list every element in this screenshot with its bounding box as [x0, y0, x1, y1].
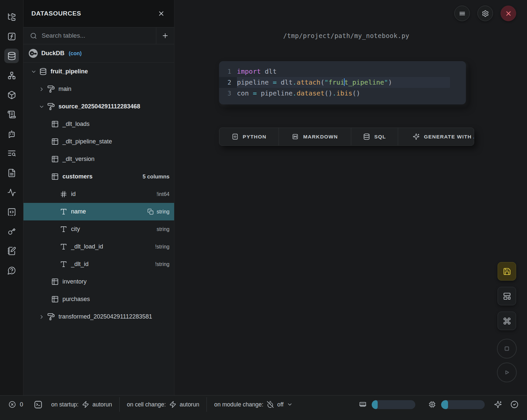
rail-documentation-button[interactable] [4, 166, 19, 180]
code-cell-editor[interactable]: 1 import dlt 2 pipeline = dlt.attach("fr… [219, 61, 466, 104]
chevron-down-icon [287, 401, 293, 407]
sparkles-icon [413, 133, 420, 140]
line-number: 1 [219, 66, 237, 77]
connection-alias: (con) [69, 51, 82, 57]
table-icon [51, 138, 59, 145]
play-icon [503, 368, 511, 377]
terminal-icon [34, 400, 43, 409]
table-icon [51, 278, 59, 286]
rail-datasources-button[interactable] [4, 49, 19, 63]
ai-assist-button[interactable] [494, 401, 502, 408]
column-type: string [157, 226, 169, 232]
line-number: 3 [219, 88, 237, 99]
tree-row-schema-main[interactable]: main [23, 80, 174, 98]
generate-with-ai-button[interactable]: GENERATE WITH AI [398, 128, 474, 145]
function-square-icon [7, 32, 16, 41]
rail-ai-chat-button[interactable] [4, 127, 19, 141]
panel-close-button[interactable] [156, 9, 166, 19]
tree-label: transformed_202504291112283581 [58, 313, 152, 320]
chevron-down-icon [39, 104, 45, 110]
rail-outline-search-button[interactable] [4, 146, 19, 161]
add-sql-cell-button[interactable]: SQL [351, 128, 398, 145]
circle-check-icon [510, 401, 518, 408]
box-icon [7, 91, 16, 99]
notebook-main-area: /tmp/project/path/my_notebook.py 1 impor… [174, 0, 527, 395]
command-palette-button[interactable] [498, 312, 516, 330]
rail-help-button[interactable] [4, 263, 19, 278]
settings-button[interactable] [477, 6, 493, 21]
add-python-cell-button[interactable]: PYTHON [219, 128, 279, 145]
connection-row-duckdb[interactable]: DuckDB (con) [23, 44, 174, 63]
tree-row-table-dlt-version[interactable]: _dlt_version [23, 150, 174, 168]
save-notebook-button[interactable] [498, 262, 516, 281]
on-startup-value: autorun [93, 401, 112, 408]
rail-packages-button[interactable] [4, 88, 19, 102]
tree-label: main [58, 86, 71, 93]
tree-label: name [71, 208, 86, 215]
layout-toggle-button[interactable] [498, 287, 516, 305]
rail-snippets-button[interactable] [4, 205, 19, 219]
copy-icon[interactable] [147, 209, 154, 215]
stop-all-cells-button[interactable] [497, 339, 517, 359]
database-icon [39, 68, 47, 75]
tree-row-table-inventory[interactable]: inventory [23, 273, 174, 290]
terminal-button[interactable] [34, 400, 43, 409]
tree-row-table-customers[interactable]: customers 5 columns [23, 168, 174, 185]
stop-square-icon [503, 344, 511, 353]
bot-icon [7, 130, 16, 138]
close-x-icon [505, 10, 512, 17]
cpu-usage-meter [441, 400, 485, 409]
tree-row-column-id[interactable]: id !int64 [23, 185, 174, 203]
timer-off-icon [267, 401, 274, 408]
on-cell-change-toggle[interactable]: on cell change: autorun [127, 401, 199, 408]
on-cell-change-value: autorun [180, 401, 199, 408]
line-number: 2 [219, 77, 237, 88]
search-tables-input[interactable] [42, 32, 152, 39]
notebook-file-path: /tmp/project/path/my_notebook.py [283, 32, 409, 39]
menu-button[interactable] [454, 6, 470, 21]
schema-icon [47, 103, 55, 110]
tree-row-table-dlt-pipeline-state[interactable]: _dlt_pipeline_state [23, 133, 174, 150]
tree-label: purchases [62, 296, 90, 303]
error-indicator[interactable]: 0 [9, 401, 23, 408]
tree-row-column-city[interactable]: city string [23, 220, 174, 238]
tree-row-database-fruit_pipeline[interactable]: fruit_pipeline [23, 63, 174, 80]
add-datasource-button[interactable] [156, 27, 174, 44]
on-module-change-toggle[interactable]: on module change: off [214, 401, 293, 408]
type-icon [60, 260, 67, 268]
activity-bar [0, 0, 23, 395]
code-square-icon [7, 208, 16, 216]
rail-variables-button[interactable] [4, 29, 19, 44]
gear-icon [482, 10, 489, 17]
table-icon [51, 173, 59, 180]
table-icon [51, 155, 59, 163]
schema-icon [47, 85, 55, 93]
run-all-cells-button[interactable] [497, 363, 517, 382]
button-label: SQL [374, 134, 386, 140]
shutdown-button[interactable] [501, 6, 516, 21]
plus-icon [162, 32, 169, 39]
tree-row-table-dlt-loads[interactable]: _dlt_loads [23, 115, 174, 133]
tree-row-column-name-selected[interactable]: name string [23, 203, 174, 220]
rail-secrets-button[interactable] [4, 224, 19, 239]
rail-dependencies-button[interactable] [4, 68, 19, 83]
rail-tracing-button[interactable] [4, 185, 19, 200]
on-startup-toggle[interactable]: on startup: autorun [51, 401, 112, 408]
add-cell-button-group: PYTHON MARKDOWN SQL GENERATE WITH AI [219, 128, 474, 146]
separator [207, 397, 207, 412]
chevron-right-icon [39, 86, 45, 92]
tree-row-column-dlt-load-id[interactable]: _dlt_load_id !string [23, 238, 174, 255]
key-icon [7, 227, 16, 236]
tree-row-schema-source[interactable]: source_202504291112283468 [23, 98, 174, 115]
rail-file-explorer-button[interactable] [4, 10, 19, 24]
rail-scratchpad-button[interactable] [4, 244, 19, 258]
ram-usage-meter [372, 400, 415, 409]
add-markdown-cell-button[interactable]: MARKDOWN [279, 128, 351, 145]
tree-row-column-dlt-id[interactable]: _dlt_id !string [23, 255, 174, 273]
tree-row-schema-transformed[interactable]: transformed_202504291112283581 [23, 308, 174, 325]
rail-logs-button[interactable] [4, 107, 19, 122]
connection-name: DuckDB [41, 50, 64, 57]
memory-stick-icon [359, 401, 366, 408]
connection-status-button[interactable] [510, 401, 518, 408]
tree-row-table-purchases[interactable]: purchases [23, 290, 174, 308]
